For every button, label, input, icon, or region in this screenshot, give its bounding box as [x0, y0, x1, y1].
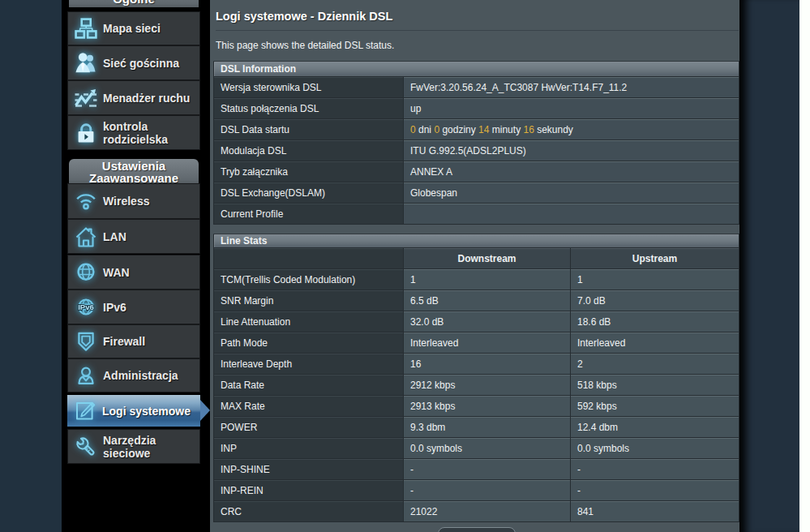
- svg-text:IPv6: IPv6: [78, 302, 94, 311]
